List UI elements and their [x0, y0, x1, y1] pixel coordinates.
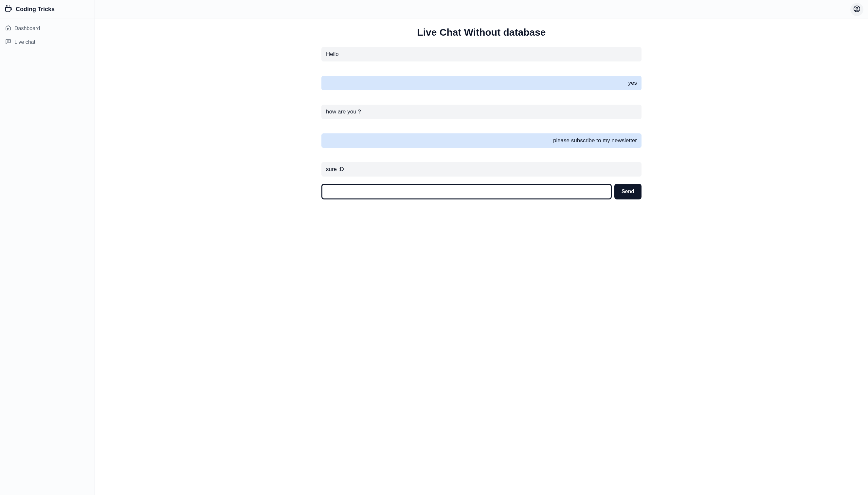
main: Live Chat Without database Hello yes how…	[95, 0, 868, 495]
sidebar-item-live-chat[interactable]: Live chat	[0, 35, 95, 49]
chat-message: Hello	[322, 47, 641, 62]
composer: Send	[322, 184, 641, 200]
svg-point-6	[856, 7, 858, 9]
message-input[interactable]	[322, 184, 612, 200]
sidebar: Coding Tricks Dashboard	[0, 0, 95, 495]
sidebar-item-label: Live chat	[14, 39, 35, 45]
user-circle-icon	[853, 5, 861, 13]
user-menu-button[interactable]	[850, 3, 864, 16]
send-button[interactable]: Send	[615, 184, 641, 200]
topbar	[95, 0, 868, 19]
coffee-icon	[4, 5, 13, 14]
app-shell: Coding Tricks Dashboard	[0, 0, 868, 495]
chat-messages: Hello yes how are you ? please subscribe…	[322, 47, 641, 176]
page-title: Live Chat Without database	[95, 27, 868, 38]
chat-icon	[5, 38, 11, 46]
content: Live Chat Without database Hello yes how…	[95, 19, 868, 495]
sidebar-nav: Dashboard Live chat	[0, 19, 95, 52]
chat-message: yes	[322, 76, 641, 90]
sidebar-item-label: Dashboard	[14, 25, 40, 31]
chat-message: sure :D	[322, 162, 641, 176]
sidebar-header: Coding Tricks	[0, 0, 95, 19]
sidebar-item-dashboard[interactable]: Dashboard	[0, 21, 95, 35]
chat-message: how are you ?	[322, 105, 641, 119]
chat-message: please subscribe to my newsletter	[322, 133, 641, 148]
home-icon	[5, 25, 11, 32]
app-title: Coding Tricks	[16, 6, 55, 13]
chat-container: Hello yes how are you ? please subscribe…	[316, 47, 647, 200]
